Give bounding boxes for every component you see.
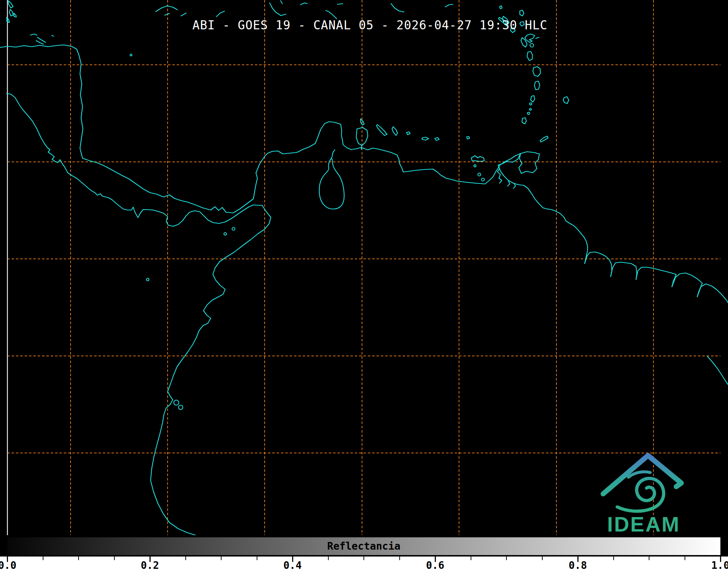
colorbar-minor-tick: [471, 557, 471, 560]
ideam-roof-icon: [603, 455, 681, 494]
ideam-logo: IDEAM: [603, 455, 681, 535]
colorbar-axis: 0.0 0.2 0.4 0.6 0.8 1.0: [0, 557, 728, 571]
colorbar-minor-tick: [257, 557, 257, 560]
colorbar-minor-tick: [685, 557, 685, 560]
colorbar-major-tick: [7, 557, 8, 562]
colorbar-major-tick: [150, 557, 151, 562]
colorbar-minor-tick: [328, 557, 329, 560]
colorbar-minor-tick: [613, 557, 614, 560]
colorbar-minor-tick: [78, 557, 79, 560]
colorbar-major-tick: [577, 557, 578, 562]
colorbar-label: Reflectancia: [6, 540, 722, 552]
ideam-spiral-icon: [617, 478, 664, 511]
coastline-layer: [0, 1, 728, 535]
colorbar-major-tick: [435, 557, 436, 562]
colorbar-minor-tick: [542, 557, 543, 560]
image-title: ABI - GOES 19 - CANAL 05 - 2026-04-27 19…: [0, 18, 728, 32]
colorbar-minor-tick: [43, 557, 43, 560]
colorbar-minor-tick: [649, 557, 649, 560]
colorbar-minor-tick: [399, 557, 400, 560]
latlon-grid: [7, 0, 720, 535]
colorbar-major-tick: [720, 557, 721, 562]
colorbar-minor-tick: [363, 557, 364, 560]
reflectance-colorbar: Reflectancia: [6, 536, 722, 557]
colorbar-minor-tick: [185, 557, 186, 560]
colorbar-tick-label: 0.0: [0, 559, 19, 571]
colorbar-minor-tick: [221, 557, 222, 560]
satellite-product-view: IDEAM ABI - GOES 19 - CANAL 05 - 2026-04…: [0, 0, 728, 571]
ideam-logo-text: IDEAM: [607, 512, 680, 535]
colorbar-minor-tick: [506, 557, 507, 560]
colorbar-minor-tick: [114, 557, 115, 560]
colorbar-tick-label: 1.0: [709, 559, 728, 571]
map-canvas: IDEAM: [0, 0, 728, 535]
colorbar-major-tick: [292, 557, 293, 562]
